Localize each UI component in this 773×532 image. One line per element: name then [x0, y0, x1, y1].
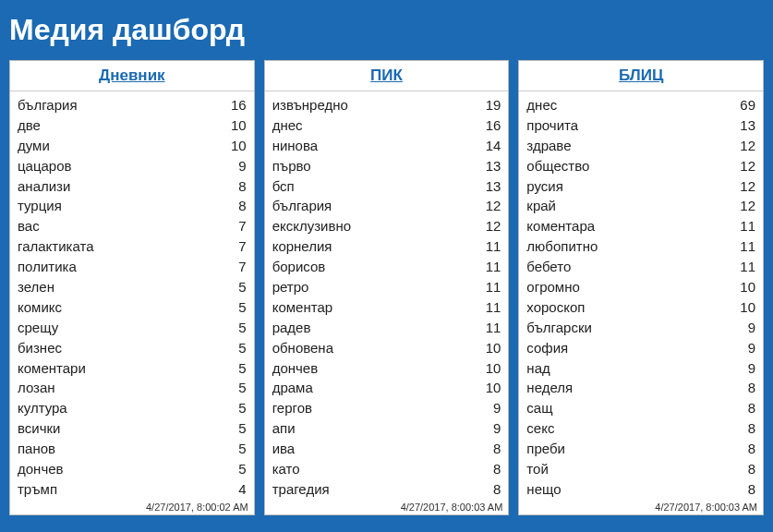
table-row: панов5	[18, 439, 247, 459]
word-cell: ексклузивно	[272, 216, 351, 236]
table-row: днес16	[272, 115, 501, 136]
table-row: коментари5	[18, 358, 247, 379]
panel-header: ПИК	[265, 61, 509, 91]
count-cell: 16	[486, 115, 501, 136]
table-row: политика7	[18, 257, 247, 277]
word-cell: секс	[526, 418, 554, 439]
count-cell: 11	[486, 297, 501, 318]
word-cell: български	[526, 318, 592, 338]
table-row: огромно10	[526, 277, 755, 297]
word-cell: българия	[18, 95, 78, 115]
panel-0: Дневникбългария16две10думи10цацаров9анал…	[9, 60, 255, 515]
table-row: коментар11	[272, 297, 501, 318]
table-row: дончев5	[18, 459, 247, 479]
word-cell: българия	[272, 196, 332, 216]
word-cell: прочита	[526, 115, 578, 136]
count-cell: 10	[231, 136, 247, 156]
count-cell: 11	[740, 236, 755, 257]
count-cell: 16	[231, 95, 247, 115]
count-cell: 10	[231, 115, 247, 136]
count-cell: 13	[740, 115, 755, 136]
count-cell: 5	[238, 398, 246, 418]
word-cell: тръмп	[18, 479, 57, 500]
source-link[interactable]: БЛИЦ	[619, 66, 663, 84]
count-cell: 5	[238, 418, 246, 439]
word-cell: бизнес	[18, 338, 62, 358]
word-cell: здраве	[526, 136, 571, 156]
table-row: хороскоп10	[526, 297, 755, 318]
table-row: ива8	[272, 439, 501, 459]
count-cell: 5	[238, 277, 246, 297]
count-cell: 8	[748, 398, 755, 418]
table-row: български9	[526, 318, 755, 338]
count-cell: 13	[486, 176, 501, 197]
word-cell: думи	[18, 136, 50, 156]
word-cell: днес	[526, 95, 557, 115]
table-row: над9	[526, 358, 755, 379]
source-link[interactable]: ПИК	[370, 66, 403, 84]
table-row: общество12	[526, 156, 755, 176]
word-cell: анализи	[18, 176, 70, 197]
count-cell: 12	[740, 156, 755, 176]
count-cell: 9	[493, 418, 501, 439]
word-cell: вас	[18, 216, 40, 236]
table-row: сащ8	[526, 398, 755, 418]
table-row: прочита13	[526, 115, 755, 136]
count-cell: 19	[486, 95, 501, 115]
word-cell: радев	[272, 318, 311, 338]
table-row: тръмп4	[18, 479, 247, 500]
table-row: думи10	[18, 136, 247, 156]
table-row: преби8	[526, 439, 755, 459]
count-cell: 9	[493, 398, 501, 418]
count-cell: 12	[486, 196, 501, 216]
count-cell: 12	[740, 176, 755, 197]
word-cell: ретро	[272, 277, 309, 297]
table-row: извънредно19	[272, 95, 501, 115]
count-cell: 9	[748, 358, 755, 379]
table-row: борисов11	[272, 257, 501, 277]
word-cell: сащ	[526, 398, 552, 418]
count-cell: 10	[486, 338, 501, 358]
table-row: здраве12	[526, 136, 755, 156]
count-cell: 8	[238, 176, 246, 197]
word-cell: култура	[18, 398, 67, 418]
count-cell: 8	[748, 439, 755, 459]
table-row: ретро11	[272, 277, 501, 297]
count-cell: 14	[486, 136, 501, 156]
word-cell: коментар	[272, 297, 332, 318]
count-cell: 9	[748, 318, 755, 338]
table-row: край12	[526, 196, 755, 216]
table-row: ексклузивно12	[272, 216, 501, 236]
word-cell: общество	[526, 156, 589, 176]
word-cell: всички	[18, 418, 60, 439]
count-cell: 10	[740, 277, 755, 297]
table-row: всички5	[18, 418, 247, 439]
table-row: коментара11	[526, 216, 755, 236]
count-cell: 5	[238, 378, 246, 398]
word-cell: днес	[272, 115, 303, 136]
table-row: обновена10	[272, 338, 501, 358]
source-link[interactable]: Дневник	[99, 66, 165, 84]
word-cell: срещу	[18, 318, 58, 338]
table-row: две10	[18, 115, 247, 136]
word-cell: цацаров	[18, 156, 72, 176]
word-cell: нещо	[526, 479, 561, 500]
word-cell: драма	[272, 378, 313, 398]
count-cell: 10	[740, 297, 755, 318]
table-row: българия12	[272, 196, 501, 216]
word-cell: гергов	[272, 398, 312, 418]
timestamp: 4/27/2017, 8:00:03 AM	[265, 502, 509, 514]
word-cell: нинова	[272, 136, 318, 156]
count-cell: 8	[748, 418, 755, 439]
table-row: русия12	[526, 176, 755, 197]
table-row: комикс5	[18, 297, 247, 318]
count-cell: 12	[740, 136, 755, 156]
count-cell: 11	[486, 277, 501, 297]
count-cell: 5	[238, 358, 246, 379]
count-cell: 8	[748, 378, 755, 398]
word-cell: политика	[18, 257, 77, 277]
table-row: бизнес5	[18, 338, 247, 358]
word-cell: преби	[526, 439, 565, 459]
word-cell: хороскоп	[526, 297, 585, 318]
table-row: срещу5	[18, 318, 247, 338]
